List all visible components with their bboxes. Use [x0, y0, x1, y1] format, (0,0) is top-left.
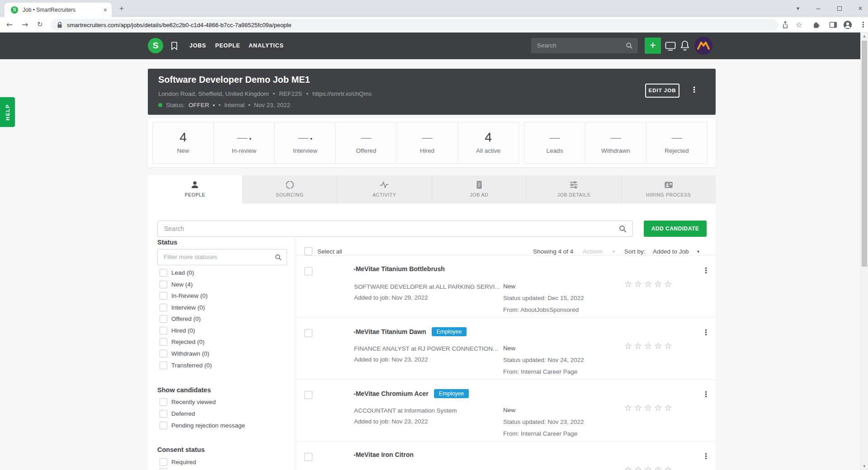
candidate-row[interactable]: -MeVitae Titanium Bottlebrush SOFTWARE D… [296, 255, 716, 317]
candidate-row[interactable]: -MeVitae Chromium Acer Employee ACCOUNTA… [296, 379, 716, 441]
checkbox-hired[interactable] [160, 327, 167, 334]
window-maximize-icon[interactable] [832, 0, 847, 17]
page-scrollbar[interactable]: ▲ ▼ [860, 33, 868, 470]
actions-caret-icon[interactable]: ▾ [613, 249, 615, 254]
inbox-icon[interactable] [665, 42, 676, 51]
filter-option[interactable]: Withdrawn (0) [171, 350, 209, 357]
browser-tab[interactable]: S Job • SmartRecruiters × [5, 3, 112, 17]
stage-caret-icon[interactable]: ▾ [310, 136, 312, 141]
checkbox-consent-required[interactable] [160, 458, 167, 466]
stage-caret-icon[interactable]: ▾ [249, 136, 251, 141]
tab-close-icon[interactable]: × [104, 7, 107, 13]
stage-in-review[interactable]: —▾ In-review [213, 122, 275, 164]
candidate-checkbox[interactable] [304, 329, 312, 337]
filter-option[interactable]: Rejected (0) [171, 338, 205, 346]
candidate-name[interactable]: -MeVitae Titanium Dawn [354, 328, 426, 335]
stage-interview[interactable]: —▾ Interview [274, 122, 336, 164]
filter-option[interactable]: Transferred (0) [171, 362, 212, 369]
scroll-down-icon[interactable]: ▼ [861, 463, 868, 470]
tab-activity[interactable]: ACTIVITY [337, 175, 432, 203]
scroll-up-icon[interactable]: ▲ [861, 33, 868, 40]
tab-job-details[interactable]: JOB DETAILS [527, 175, 622, 203]
stage-leads[interactable]: — Leads [524, 122, 585, 164]
rating-stars[interactable]: ☆☆☆☆☆ [624, 403, 674, 413]
filter-option[interactable]: Hired (0) [171, 327, 195, 334]
rating-stars[interactable]: ☆☆☆☆☆ [624, 279, 674, 289]
checkbox-transferred[interactable] [160, 362, 167, 369]
forward-icon[interactable]: → [22, 17, 28, 33]
checkbox-deferred[interactable] [160, 410, 167, 418]
checkbox-interview[interactable] [160, 304, 167, 311]
checkbox-in-review[interactable] [160, 292, 167, 300]
tab-job-ad[interactable]: JOB AD [432, 175, 527, 203]
candidate-checkbox[interactable] [304, 267, 312, 275]
filter-option[interactable]: Recently viewed [171, 398, 216, 406]
new-tab-button[interactable]: + [117, 4, 127, 14]
back-icon[interactable]: ← [6, 17, 13, 33]
tab-people[interactable]: PEOPLE [148, 175, 243, 203]
filter-option[interactable]: Pending rejection message [171, 422, 245, 429]
url-input[interactable]: smartrecruiters.com/app/jobs/details/be6… [51, 19, 778, 31]
profile-avatar-icon[interactable] [843, 20, 853, 30]
sort-caret-icon[interactable]: ▾ [697, 249, 699, 254]
filter-option[interactable]: Deferred [171, 410, 195, 418]
candidate-menu-icon[interactable]: ⋮ [702, 266, 710, 275]
stage-hired[interactable]: — Hired [396, 122, 458, 164]
checkbox-new[interactable] [160, 281, 167, 288]
select-all-checkbox[interactable] [304, 247, 312, 255]
window-close-icon[interactable]: × [853, 0, 868, 17]
candidate-search-input[interactable]: Search [157, 221, 633, 237]
candidate-row[interactable]: -MeVitae Titanium Dawn Employee FINANCE … [296, 317, 716, 379]
candidate-menu-icon[interactable]: ⋮ [702, 390, 710, 399]
candidate-checkbox[interactable] [304, 391, 312, 399]
bookmark-icon[interactable] [171, 42, 178, 50]
bookmark-star-icon[interactable]: ☆ [796, 17, 802, 33]
candidate-menu-icon[interactable]: ⋮ [702, 451, 710, 461]
checkbox-rejected[interactable] [160, 338, 167, 346]
tab-sourcing[interactable]: SOURCING [243, 175, 338, 203]
checkbox-withdrawn[interactable] [160, 350, 167, 357]
stage-withdrawn[interactable]: — Withdrawn [585, 122, 646, 164]
add-candidate-button[interactable]: ADD CANDIDATE [644, 221, 707, 237]
status-caret-icon[interactable]: ▾ [213, 103, 215, 108]
stage-all-active[interactable]: 4 All active [458, 122, 519, 164]
nav-link-people[interactable]: PEOPLE [215, 33, 241, 59]
notifications-bell-icon[interactable] [680, 40, 689, 51]
filter-option[interactable]: Lead (0) [171, 269, 194, 277]
scrollbar-thumb[interactable] [862, 41, 867, 267]
rating-stars[interactable]: ☆☆☆☆☆ [624, 341, 674, 351]
filter-option[interactable]: Interview (0) [171, 304, 205, 311]
stage-new[interactable]: 4 New [152, 122, 214, 164]
filter-option[interactable]: In-Review (0) [171, 292, 208, 300]
status-value[interactable]: OFFER [189, 102, 209, 108]
user-avatar[interactable] [694, 37, 712, 55]
filter-option[interactable]: Offered (0) [171, 315, 201, 323]
side-panel-icon[interactable] [829, 20, 838, 29]
filter-option[interactable]: New (4) [171, 281, 193, 288]
candidate-checkbox[interactable] [304, 453, 312, 461]
job-menu-icon[interactable]: ⋮ [690, 85, 698, 94]
share-icon[interactable] [781, 20, 790, 29]
checkbox-offered[interactable] [160, 315, 167, 323]
quick-add-button[interactable]: + [645, 38, 661, 54]
global-search-input[interactable]: Search [531, 38, 638, 53]
candidate-name[interactable]: -MeVitae Chromium Acer [354, 390, 429, 397]
candidate-menu-icon[interactable]: ⋮ [702, 328, 710, 337]
sort-by-value[interactable]: Added to Job [653, 248, 689, 255]
candidate-name[interactable]: -MeVitae Titanium Bottlebrush [354, 265, 445, 273]
stage-offered[interactable]: — Offered [335, 122, 397, 164]
rating-stars[interactable]: ☆☆☆☆☆ [624, 465, 674, 470]
nav-link-analytics[interactable]: ANALYTICS [249, 33, 284, 59]
window-minimize-icon[interactable]: – [811, 0, 826, 17]
smartrecruiters-logo[interactable]: S [148, 38, 163, 53]
candidate-name[interactable]: -MeVitae Iron Citron [354, 451, 414, 458]
checkbox-lead[interactable] [160, 269, 167, 277]
reload-icon[interactable]: ↻ [37, 17, 43, 33]
nav-link-jobs[interactable]: JOBS [189, 33, 206, 59]
actions-dropdown[interactable]: Actions [583, 248, 603, 255]
checkbox-recently-viewed[interactable] [160, 398, 167, 406]
tab-hiring-process[interactable]: HIRING PROCESS [622, 175, 716, 203]
candidate-row[interactable]: -MeVitae Iron Citron ACCOUNTANT at ADALI… [296, 441, 716, 470]
select-all-label[interactable]: Select all [317, 248, 342, 255]
help-tab[interactable]: HELP [0, 97, 15, 127]
